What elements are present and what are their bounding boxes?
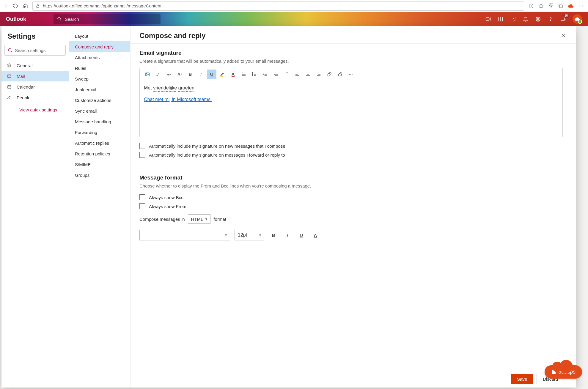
meet-now-icon[interactable] <box>485 16 491 22</box>
subcategory-rules[interactable]: Rules <box>69 63 130 73</box>
subcategory-compose-and-reply[interactable]: Compose and reply <box>69 41 130 52</box>
category-general[interactable]: General <box>1 60 69 71</box>
subcategory-junk-email[interactable]: Junk email <box>69 84 130 95</box>
remove-link-icon[interactable] <box>335 70 345 79</box>
calendar-icon <box>7 84 12 89</box>
checkbox-icon[interactable] <box>139 152 145 158</box>
checkbox-signature-reply[interactable]: Automatically include my signature on me… <box>139 150 563 159</box>
subcategory-sync-email[interactable]: Sync email <box>69 105 130 116</box>
office-icon <box>551 369 556 375</box>
watermark-365tips: 365tips <box>545 365 582 379</box>
forward-icon[interactable] <box>3 3 8 9</box>
subcategory-attachments[interactable]: Attachments <box>69 52 130 63</box>
subcategory-forwarding[interactable]: Forwarding <box>69 127 130 138</box>
indent-icon[interactable] <box>271 70 281 79</box>
font-size-icon[interactable]: A◊ <box>175 70 184 79</box>
svg-point-22 <box>9 65 10 66</box>
home-icon[interactable] <box>23 3 28 9</box>
activity-icon[interactable]: 16 <box>560 16 566 22</box>
collections-icon[interactable] <box>558 3 563 9</box>
highlight-icon[interactable] <box>218 70 227 79</box>
signature-editor: AA A◊ B I U A 123 ” <box>139 68 563 137</box>
italic-icon[interactable]: I <box>196 70 206 79</box>
settings-search[interactable]: Search settings <box>4 45 66 56</box>
font-family-select[interactable]: ▾ <box>139 230 230 240</box>
subcategory-groups[interactable]: Groups <box>69 170 130 180</box>
header-search[interactable]: Search <box>54 14 161 24</box>
svg-point-64 <box>349 74 350 74</box>
signature-link[interactable]: Chat met mij in Microsoft teams! <box>144 97 212 102</box>
checkbox-always-bcc[interactable]: Always show Bcc <box>139 193 563 202</box>
default-underline-icon[interactable]: U <box>297 230 306 240</box>
add-tab-icon[interactable] <box>529 3 534 9</box>
checkbox-icon[interactable] <box>139 203 145 209</box>
help-icon[interactable] <box>548 16 554 22</box>
settings-gear-icon[interactable] <box>535 16 541 22</box>
subcategory-sweep[interactable]: Sweep <box>69 73 130 84</box>
insert-image-icon[interactable] <box>143 70 152 79</box>
align-left-icon[interactable] <box>293 70 302 79</box>
search-icon <box>8 48 12 53</box>
save-button[interactable]: Save <box>511 374 533 384</box>
profile-cloud-icon[interactable] <box>568 3 574 9</box>
quote-icon[interactable]: ” <box>282 70 291 79</box>
format-description: Choose whether to display the From and B… <box>139 183 563 188</box>
font-size-select[interactable]: 12pt ▾ <box>235 230 264 240</box>
default-bold-icon[interactable]: B <box>269 230 278 240</box>
chevron-down-icon: ▾ <box>205 217 207 221</box>
more-formatting-icon[interactable] <box>346 70 356 79</box>
chevron-down-icon: ▾ <box>225 233 227 237</box>
footer-actions: Save Discard <box>131 370 576 388</box>
view-quick-settings-link[interactable]: View quick settings <box>4 104 66 115</box>
compose-format-select[interactable]: HTML ▾ <box>188 214 211 224</box>
signature-editor-body[interactable]: Met vriendelijke groeten, Chat met mij i… <box>140 80 562 137</box>
notes-icon[interactable] <box>510 16 516 22</box>
close-button[interactable] <box>560 32 567 39</box>
default-italic-icon[interactable]: I <box>283 230 292 240</box>
underline-icon[interactable]: U <box>207 70 216 79</box>
checkbox-signature-new[interactable]: Automatically include my signature on ne… <box>139 141 563 150</box>
category-label: People <box>17 95 31 100</box>
favorite-icon[interactable] <box>538 3 544 9</box>
clear-format-icon[interactable] <box>153 70 163 79</box>
subcategory-layout[interactable]: Layout <box>69 31 130 41</box>
checkbox-icon[interactable] <box>139 194 145 200</box>
subcategory-automatic-replies[interactable]: Automatic replies <box>69 138 130 148</box>
subcategory-retention-policies[interactable]: Retention policies <box>69 148 130 159</box>
insert-link-icon[interactable] <box>325 70 334 79</box>
svg-line-21 <box>11 51 12 52</box>
notifications-icon[interactable] <box>523 16 529 22</box>
category-calendar[interactable]: Calendar <box>1 81 69 92</box>
svg-rect-67 <box>552 370 556 374</box>
favorites-bar-icon[interactable] <box>548 3 554 9</box>
refresh-icon[interactable] <box>13 3 18 9</box>
outdent-icon[interactable] <box>260 70 270 79</box>
address-bar[interactable]: https://outlook.office.com/mail/options/… <box>32 1 524 11</box>
category-mail[interactable]: Mail <box>1 71 69 81</box>
svg-point-18 <box>537 18 539 20</box>
browser-toolbar: https://outlook.office.com/mail/options/… <box>0 0 588 12</box>
bullet-list-icon[interactable] <box>239 70 249 79</box>
font-color-icon[interactable]: A <box>228 70 238 79</box>
checkbox-always-from[interactable]: Always show From <box>139 202 563 211</box>
format-heading: Message format <box>139 174 563 181</box>
align-right-icon[interactable] <box>314 70 323 79</box>
app-logo[interactable]: Outlook <box>6 16 54 22</box>
subcategory-message-handling[interactable]: Message handling <box>69 116 130 127</box>
avatar[interactable] <box>573 14 582 24</box>
subcategory-smime[interactable]: S/MIME <box>69 159 130 170</box>
subcategory-customize-actions[interactable]: Customize actions <box>69 95 130 105</box>
category-people[interactable]: People <box>1 92 69 103</box>
url-text: https://outlook.office.com/mail/options/… <box>43 3 161 8</box>
svg-rect-14 <box>486 18 489 21</box>
font-family-icon[interactable]: AA <box>164 70 174 79</box>
my-day-icon[interactable] <box>498 16 504 22</box>
default-font-color-icon[interactable]: A <box>311 230 320 240</box>
bold-icon[interactable]: B <box>185 70 195 79</box>
numbered-list-icon[interactable]: 123 <box>250 70 259 79</box>
checkbox-icon[interactable] <box>139 143 145 149</box>
more-icon[interactable] <box>578 3 584 9</box>
compose-suffix: format <box>213 217 226 222</box>
settings-title: Settings <box>4 31 66 45</box>
align-center-icon[interactable] <box>303 70 313 79</box>
